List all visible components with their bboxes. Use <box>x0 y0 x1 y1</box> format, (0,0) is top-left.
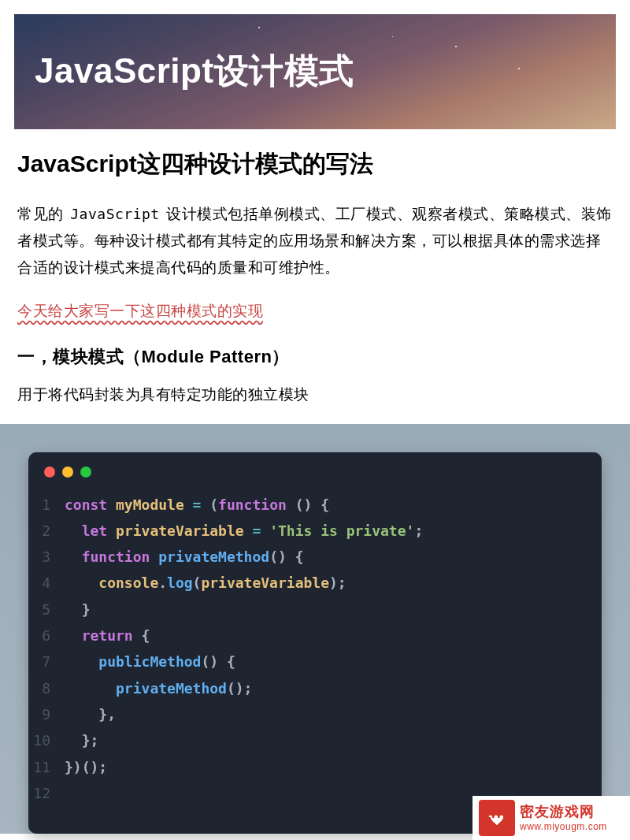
line-number: 6 <box>28 623 65 649</box>
code-line: 3 function privateMethod() { <box>28 544 602 570</box>
code-line: 5 } <box>28 597 602 623</box>
site-watermark: 密友游戏网 www.miyougm.com <box>472 796 630 840</box>
code-text: }, <box>65 701 116 727</box>
line-number: 10 <box>28 727 65 753</box>
code-text: privateMethod(); <box>65 675 252 701</box>
line-number: 9 <box>28 701 65 727</box>
article-heading: JavaScript这四种设计模式的写法 <box>17 148 613 180</box>
hero-banner: JavaScript设计模式 <box>14 13 616 129</box>
article-content: JavaScript这四种设计模式的写法 常见的 JavaScript 设计模式… <box>0 129 630 834</box>
section-1-title: 一，模块模式（Module Pattern） <box>17 345 613 369</box>
line-number: 11 <box>28 754 65 780</box>
watermark-text: 密友游戏网 www.miyougm.com <box>520 804 607 832</box>
code-line: 8 privateMethod(); <box>28 675 602 701</box>
code-body: 1const myModule = (function () {2 let pr… <box>28 492 602 807</box>
watermark-site-name: 密友游戏网 <box>520 804 607 821</box>
inline-code-javascript: JavaScript <box>68 206 161 222</box>
code-text: }; <box>65 727 98 753</box>
code-text: } <box>65 597 91 623</box>
minimize-dot <box>62 466 73 478</box>
code-line: 6 return { <box>28 623 602 649</box>
line-number: 2 <box>28 518 65 544</box>
code-line: 10 }; <box>28 727 602 753</box>
code-line: 7 publicMethod() { <box>28 649 602 675</box>
code-line: 9 }, <box>28 701 602 727</box>
code-window: 1const myModule = (function () {2 let pr… <box>28 452 602 834</box>
line-number: 3 <box>28 544 65 570</box>
line-number: 1 <box>28 492 65 518</box>
banner-title: JavaScript设计模式 <box>35 48 354 95</box>
code-text: function privateMethod() { <box>65 544 303 570</box>
code-text: publicMethod() { <box>65 649 235 675</box>
code-frame: 1const myModule = (function () {2 let pr… <box>0 424 630 834</box>
line-number: 8 <box>28 675 65 701</box>
watermark-logo-icon <box>479 800 515 836</box>
code-line: 2 let privateVariable = 'This is private… <box>28 518 602 544</box>
code-text: return { <box>65 623 150 649</box>
intro-paragraph: 常见的 JavaScript 设计模式包括单例模式、工厂模式、观察者模式、策略模… <box>17 201 613 282</box>
line-number: 12 <box>28 780 65 806</box>
line-number: 5 <box>28 597 65 623</box>
highlight-note: 今天给大家写一下这四种模式的实现 <box>17 301 613 322</box>
code-line: 4 console.log(privateVariable); <box>28 570 602 596</box>
code-text: })(); <box>65 754 107 780</box>
maximize-dot <box>80 466 91 478</box>
code-line: 1const myModule = (function () { <box>28 492 602 518</box>
section-1-desc: 用于将代码封装为具有特定功能的独立模块 <box>17 385 613 405</box>
code-text: const myModule = (function () { <box>65 492 329 518</box>
window-traffic-lights <box>28 466 602 492</box>
watermark-site-url: www.miyougm.com <box>520 821 607 832</box>
line-number: 7 <box>28 649 65 675</box>
line-number: 4 <box>28 570 65 596</box>
code-line: 11})(); <box>28 754 602 780</box>
close-dot <box>44 466 55 478</box>
code-text: console.log(privateVariable); <box>65 570 346 596</box>
code-text: let privateVariable = 'This is private'; <box>65 518 423 544</box>
intro-prefix: 常见的 <box>17 206 68 222</box>
